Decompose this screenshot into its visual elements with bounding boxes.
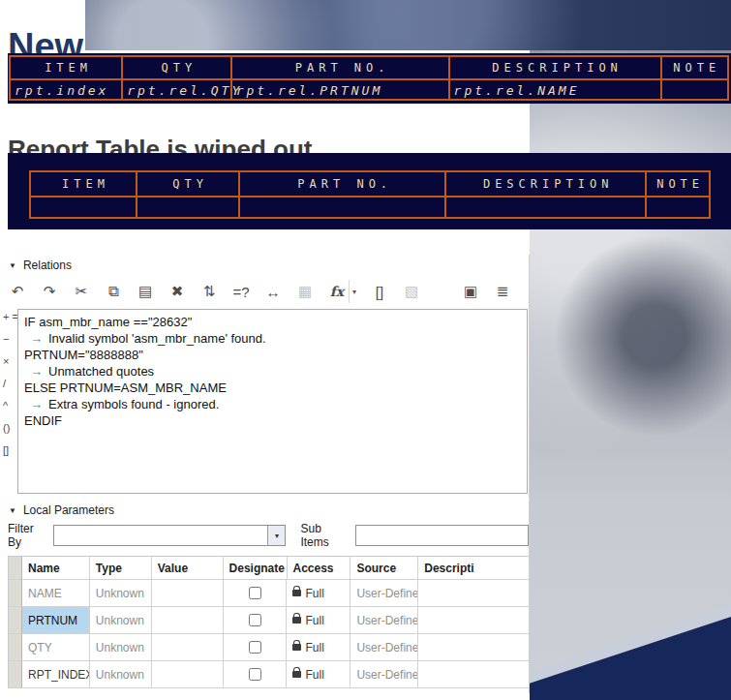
error-message-line: →Invalid symbol 'asm_mbr_name' found. <box>22 330 525 347</box>
chevron-down-icon[interactable]: ▾ <box>267 526 285 545</box>
relations-toolbar: ↶↷✂⧉▤✖⇅=?↔▦fx▾[]▧▣≣ <box>0 276 529 307</box>
code-text: Extra symbols found - ignored. <box>48 397 219 411</box>
designate-checkbox[interactable] <box>249 614 261 626</box>
copy-icon[interactable]: ⧉ <box>102 280 125 303</box>
param-source-cell[interactable]: User-Define <box>350 661 418 688</box>
extent-icon[interactable]: ↔ <box>261 280 285 303</box>
report-data-row: rpt.indexrpt.rel.QTYrpt.rel.PRTNUMrpt.re… <box>11 80 727 99</box>
undo-icon[interactable]: ↶ <box>6 280 29 303</box>
code-text: ELSE PRTNUM=ASM_MBR_NAME <box>24 380 227 395</box>
param-description-cell[interactable] <box>418 634 530 661</box>
param-type-cell[interactable]: Unknown <box>90 634 152 661</box>
operator-button[interactable]: ^ <box>0 400 19 422</box>
column-header-source: Source <box>350 557 418 580</box>
param-access-cell[interactable]: Full <box>287 607 350 634</box>
error-message-line: →Unmatched quotes <box>22 363 525 380</box>
report-column-header: DESCRIPTION <box>450 57 662 78</box>
column-header-type: Type <box>90 557 152 580</box>
chevron-down-icon[interactable]: ▾ <box>349 280 359 303</box>
designate-checkbox[interactable] <box>249 668 261 681</box>
collapse-triangle-icon[interactable]: ▼ <box>9 261 16 270</box>
function-icon[interactable]: fx <box>325 280 349 303</box>
report-table-new-panel: ITEMQTYPART NO.DESCRIPTIONNOTE rpt.index… <box>8 53 731 104</box>
param-designate-cell <box>224 661 288 688</box>
param-name-cell[interactable]: NAME <box>22 580 90 607</box>
report-column-header: PART NO. <box>240 172 446 196</box>
param-access-cell[interactable]: Full <box>287 661 350 688</box>
brackets-icon[interactable]: [] <box>368 280 391 303</box>
report-column-header: QTY <box>123 57 231 78</box>
operator-button[interactable]: [] <box>0 444 19 467</box>
relations-panel: ▼ Relations ↶↷✂⧉▤✖⇅=?↔▦fx▾[]▧▣≣ + =−×/^(… <box>0 255 530 499</box>
operator-button[interactable]: () <box>0 422 19 444</box>
relations-panel-title: Relations <box>23 259 72 272</box>
report-column-header: ITEM <box>31 172 137 196</box>
param-source-cell[interactable]: User-Define <box>350 580 418 607</box>
operator-button[interactable]: + = <box>0 311 19 333</box>
sub-items-dropdown[interactable] <box>355 525 529 546</box>
redo-icon[interactable]: ↷ <box>38 280 61 303</box>
operator-button[interactable]: × <box>0 355 19 378</box>
report-header-row: ITEMQTYPART NO.DESCRIPTIONNOTE <box>31 172 709 198</box>
collapse-triangle-icon[interactable]: ▼ <box>9 506 16 515</box>
delete-icon[interactable]: ✖ <box>166 280 189 303</box>
operator-button[interactable]: − <box>0 333 19 355</box>
code-text: ENDIF <box>24 413 62 428</box>
param-description-cell[interactable] <box>418 661 530 688</box>
parameter-row[interactable]: QTYUnknownFullUser-Define <box>9 634 530 661</box>
param-name-cell[interactable]: RPT_INDEX <box>22 661 90 688</box>
row-header-cell <box>9 661 22 688</box>
report-cell: rpt.rel.QTY <box>123 80 231 99</box>
filter-by-dropdown[interactable]: ▾ <box>53 525 286 546</box>
operator-button[interactable]: / <box>0 378 19 400</box>
param-description-cell[interactable] <box>418 607 530 634</box>
report-column-header: PART NO. <box>232 57 450 78</box>
sort-icon[interactable]: ⇅ <box>198 280 221 303</box>
report-cell <box>31 198 137 217</box>
param-value-cell[interactable] <box>152 661 224 688</box>
param-description-cell[interactable] <box>418 580 530 607</box>
report-column-header: QTY <box>137 172 240 196</box>
print-icon[interactable]: ▣ <box>459 280 482 303</box>
status-arrow-icon: → <box>30 397 43 411</box>
column-header-name: Name <box>22 557 90 580</box>
relations-panel-header[interactable]: ▼ Relations <box>0 255 529 276</box>
cut-icon[interactable]: ✂ <box>70 280 93 303</box>
param-type-cell[interactable]: Unknown <box>90 607 152 634</box>
param-value-cell[interactable] <box>152 580 224 607</box>
list-icon[interactable]: ≣ <box>491 280 514 303</box>
report-table-new: ITEMQTYPART NO.DESCRIPTIONNOTE rpt.index… <box>9 55 729 101</box>
report-column-header: NOTE <box>647 172 709 196</box>
param-access-cell[interactable]: Full <box>287 634 350 661</box>
designate-checkbox[interactable] <box>249 587 261 599</box>
local-parameters-header[interactable]: ▼ Local Parameters <box>0 500 529 521</box>
param-type-cell[interactable]: Unknown <box>90 661 152 688</box>
lock-icon <box>292 644 301 651</box>
param-name-cell[interactable]: QTY <box>22 634 90 661</box>
param-source-cell[interactable]: User-Define <box>350 607 418 634</box>
report-table-wiped: ITEMQTYPART NO.DESCRIPTIONNOTE <box>29 170 711 219</box>
param-name-cell[interactable]: PRTNUM <box>22 607 90 634</box>
param-value-cell[interactable] <box>152 634 224 661</box>
param-value-cell[interactable] <box>152 607 224 634</box>
row-header-cell <box>9 580 22 607</box>
param-type-cell[interactable]: Unknown <box>90 580 152 607</box>
param-designate-cell <box>224 634 288 661</box>
parameter-row[interactable]: RPT_INDEXUnknownFullUser-Define <box>9 661 530 688</box>
relations-editor[interactable]: IF asm_mbr_name =="28632"→Invalid symbol… <box>17 309 528 494</box>
param-source-cell[interactable]: User-Define <box>350 634 418 661</box>
param-access-cell[interactable]: Full <box>287 580 350 607</box>
parameter-row[interactable]: PRTNUMUnknownFullUser-Define <box>9 607 530 634</box>
designate-checkbox[interactable] <box>249 641 261 654</box>
report-cell <box>446 198 647 217</box>
report-cell <box>647 198 709 217</box>
access-value: Full <box>305 668 323 682</box>
lock-icon <box>292 590 301 596</box>
report-column-header: ITEM <box>11 57 123 78</box>
paste-icon[interactable]: ▤ <box>134 280 157 303</box>
verify-icon[interactable]: =? <box>229 280 253 303</box>
book-icon: ▧ <box>400 280 423 303</box>
status-arrow-icon: → <box>30 331 43 346</box>
parameter-row[interactable]: NAMEUnknownFullUser-Define <box>9 580 530 607</box>
status-arrow-icon: → <box>30 364 43 379</box>
